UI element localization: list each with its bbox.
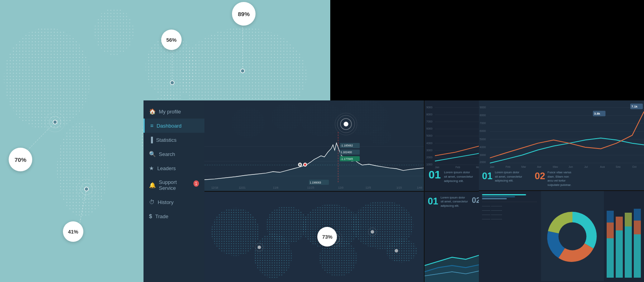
svg-text:9000: 9000 xyxy=(426,106,432,109)
svg-point-132 xyxy=(558,222,586,250)
svg-text:7000: 7000 xyxy=(480,122,486,124)
cursor-dots xyxy=(298,163,307,167)
svg-text:6000: 6000 xyxy=(480,130,486,132)
star-icon: ★ xyxy=(149,165,154,171)
svg-text:8000: 8000 xyxy=(480,114,486,117)
panel-line-chart: 12/18 12/21 11/8 11/25 12/0 12/5 1/15 1/… xyxy=(204,100,424,191)
search-icon: 🔍 xyxy=(149,151,156,157)
stat-text-01: Lorem ipsum dolorsit amet, consecteturad… xyxy=(444,170,473,184)
bubble-73-percent: 73% xyxy=(317,227,337,247)
svg-text:May: May xyxy=(553,165,558,168)
right-bottom-left: ——— ———— ——— ———— ——— ———— ——— ———— xyxy=(479,191,540,281)
svg-rect-137 xyxy=(616,217,623,230)
map-bubble-70: 70% xyxy=(9,148,32,171)
svg-text:1000: 1000 xyxy=(426,163,432,166)
svg-point-1 xyxy=(4,28,90,130)
svg-text:Jan: Jan xyxy=(490,165,494,168)
svg-text:9000: 9000 xyxy=(480,106,486,109)
svg-text:6000: 6000 xyxy=(426,127,432,130)
svg-rect-140 xyxy=(634,234,641,278)
svg-text:3000: 3000 xyxy=(480,154,486,156)
h-bar-group-1 xyxy=(482,194,537,199)
svg-point-7 xyxy=(57,122,108,217)
dollar-icon: $ xyxy=(149,213,152,219)
svg-point-89 xyxy=(386,239,417,263)
right-top-svg: 9000 8000 7000 6000 5000 4000 3000 2000 … xyxy=(479,100,644,168)
svg-point-13 xyxy=(53,120,57,124)
svg-text:1.162400: 1.162400 xyxy=(340,150,352,154)
stat-number-01: 01 xyxy=(429,169,441,180)
svg-text:4000: 4000 xyxy=(480,146,486,148)
svg-text:1/46: 1/46 xyxy=(417,186,423,190)
sidebar-item-leaders[interactable]: ★ Leaders xyxy=(144,161,204,175)
bar-label-2: ——— ———— xyxy=(482,209,537,212)
svg-point-2 xyxy=(94,8,134,55)
donut-chart-svg xyxy=(541,205,604,268)
bar-label-3: ——— ———— xyxy=(482,213,537,216)
svg-text:Feb: Feb xyxy=(455,166,460,168)
bottom-text-01: Lorem ipsum dolorsit amet, consecteturad… xyxy=(441,196,468,208)
clock-icon: ⏱ xyxy=(149,199,155,205)
svg-text:5000: 5000 xyxy=(480,138,486,141)
sidebar-item-statistics[interactable]: ▐ Statistics xyxy=(144,133,204,147)
bar-label-1: ——— ———— xyxy=(482,204,537,207)
svg-text:Feb: Feb xyxy=(506,165,510,168)
svg-text:11/25: 11/25 xyxy=(307,186,314,190)
svg-text:-1.177845: -1.177845 xyxy=(340,157,353,161)
sidebar-item-my-profile[interactable]: 🏠 My profile xyxy=(144,104,204,119)
dashboard-icon: ≡ xyxy=(150,122,153,129)
right-stat-02: 02 Fusce vitae variusdiam. Etiam nonarcu… xyxy=(535,171,571,187)
svg-text:Apr: Apr xyxy=(537,165,542,168)
right-chart-stats: 01 Lorem ipsum dolorsit amet, consectetu… xyxy=(482,171,571,187)
svg-point-99 xyxy=(395,249,398,252)
svg-point-97 xyxy=(371,230,374,234)
svg-rect-139 xyxy=(625,213,632,226)
svg-text:2000: 2000 xyxy=(480,161,486,163)
map-bubble-41: 41% xyxy=(63,221,83,242)
sidebar-item-support-service[interactable]: 🔔 Support Service 1 xyxy=(144,175,204,195)
svg-text:2000: 2000 xyxy=(426,156,432,159)
svg-text:4000: 4000 xyxy=(426,141,432,145)
home-icon: 🏠 xyxy=(149,108,156,115)
svg-text:5000: 5000 xyxy=(426,134,432,137)
svg-rect-135 xyxy=(607,211,614,223)
svg-text:1.196063: 1.196063 xyxy=(310,181,321,184)
sidebar-item-search[interactable]: 🔍 Search xyxy=(144,147,204,161)
svg-text:3000: 3000 xyxy=(426,149,432,152)
bottom-num-01: 01 xyxy=(428,196,438,207)
bottom-left-map-svg xyxy=(204,192,424,282)
svg-rect-142 xyxy=(634,209,641,221)
map-bubble-89: 89% xyxy=(232,2,256,26)
bar-label-4: ——— ———— xyxy=(482,217,537,220)
svg-text:Jan: Jan xyxy=(435,166,439,168)
svg-text:12/21: 12/21 xyxy=(239,186,245,190)
svg-text:7.1k: 7.1k xyxy=(631,105,638,108)
right-text-02: Fusce vitae variusdiam. Etiam nonarcu ve… xyxy=(548,171,571,187)
svg-text:-1.185662: -1.185662 xyxy=(340,144,353,147)
svg-rect-141 xyxy=(634,221,641,234)
sidebar-item-history[interactable]: ⏱ History xyxy=(144,195,204,209)
bell-icon: 🔔 xyxy=(149,182,156,188)
svg-text:12/18: 12/18 xyxy=(211,186,218,190)
svg-point-11 xyxy=(170,81,174,85)
sidebar-item-dashboard[interactable]: ≡ Dashboard xyxy=(144,119,204,133)
line-chart-svg: 12/18 12/21 11/8 11/25 12/0 12/5 1/15 1/… xyxy=(204,132,424,191)
right-top-chart: 9000 8000 7000 6000 5000 4000 3000 2000 … xyxy=(479,100,644,191)
svg-rect-136 xyxy=(616,230,623,278)
right-bottom-stacked xyxy=(605,191,644,281)
svg-point-85 xyxy=(211,208,259,256)
right-bottom-donut xyxy=(541,191,604,281)
right-bottom-section: ——— ———— ——— ———— ——— ———— ——— ———— xyxy=(479,191,644,281)
sidebar-item-trade[interactable]: $ Trade xyxy=(144,209,204,223)
svg-point-90 xyxy=(254,234,292,278)
bar-chart-icon: ▐ xyxy=(149,137,153,143)
svg-text:3.8k: 3.8k xyxy=(594,112,600,115)
svg-rect-134 xyxy=(607,223,614,238)
panel-world-map-bottom: 73% xyxy=(204,192,424,282)
svg-text:12/0: 12/0 xyxy=(338,186,344,190)
notification-badge: 1 xyxy=(193,180,199,187)
svg-text:Jul: Jul xyxy=(584,165,588,168)
svg-text:Jun: Jun xyxy=(569,165,573,168)
svg-text:1/15: 1/15 xyxy=(396,186,402,190)
stat-01: 01 Lorem ipsum dolorsit amet, consectetu… xyxy=(429,169,473,188)
